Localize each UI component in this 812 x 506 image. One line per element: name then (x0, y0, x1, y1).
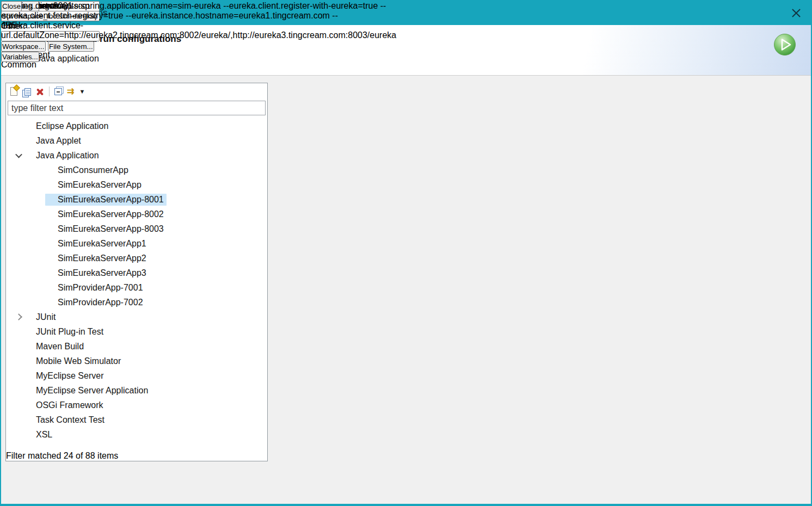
tree-item-xsl[interactable]: XSL (6, 427, 267, 442)
filter-icon[interactable]: ⇉ (67, 88, 74, 95)
tree-item-label: MyEclipse Server Application (36, 386, 148, 396)
tree-item-label: Eclipse Application (36, 121, 108, 131)
sidebar-toolbar: ⇉ ▼ (6, 83, 267, 100)
tree-item-label: SimConsumerApp (58, 165, 128, 175)
collapse-arrow-icon[interactable] (14, 153, 23, 158)
tree-item-label: SimEurekaServerApp1 (58, 239, 146, 249)
tree-item-label: SimEurekaServerApp-8003 (58, 224, 164, 234)
java-run-config-icon (46, 181, 54, 189)
tree-item-osgi-framework[interactable]: OSGi Framework (6, 398, 267, 412)
tree-item-label: JUnit Plug-in Test (36, 327, 103, 337)
junit-icon (24, 313, 33, 321)
eclipse-application-icon (24, 122, 33, 130)
toolbar-separator (49, 87, 50, 96)
java-run-config-icon (46, 239, 54, 248)
scrollbar-thumb[interactable] (1, 40, 396, 74)
tree-item-junit[interactable]: JUnit (6, 310, 267, 324)
run-configurations-dialog: 8 Run Configurations Create, manage, and… (0, 0, 812, 506)
java-run-config-icon (46, 225, 54, 233)
tree-item-eclipse-application[interactable]: Eclipse Application (6, 119, 267, 133)
filter-status: Filter matched 24 of 88 items (6, 451, 267, 461)
tree-item-label: Mobile Web Simulator (36, 356, 121, 366)
tree-item-simproviderapp-7002[interactable]: SimProviderApp-7002 (6, 295, 267, 310)
tree-item-label: SimProviderApp-7001 (58, 283, 143, 293)
tree-item-label: SimEurekaServerApp-8002 (58, 209, 164, 219)
tree-item-myeclipse-server-application[interactable]: MyEclipse Server Application (6, 383, 267, 398)
java-run-config-icon (46, 195, 54, 203)
tree-item-simeurekaserverapp-8003[interactable]: SimEurekaServerApp-8003 (6, 221, 267, 236)
java-run-config-icon (46, 269, 54, 277)
new-config-icon[interactable] (10, 87, 17, 96)
tree-item-label: SimEurekaServerApp (58, 180, 142, 190)
maven-icon (24, 342, 33, 350)
tree-item-java-applet[interactable]: Java Applet (6, 133, 267, 148)
mobile-web-icon (24, 357, 33, 365)
server-app-icon (24, 386, 33, 394)
java-run-config-icon (46, 254, 54, 262)
junit-plugin-icon (24, 328, 33, 336)
tree-item-junit-plug-in-test[interactable]: JUnit Plug-in Test (6, 324, 267, 339)
tree-item-label: JUnit (36, 312, 56, 322)
java-application-icon (24, 151, 33, 159)
tree-item-mobile-web-simulator[interactable]: Mobile Web Simulator (6, 354, 267, 368)
java-run-config-icon (46, 283, 54, 292)
tree-item-label: SimEurekaServerApp2 (58, 254, 146, 263)
tree-item-task-context-test[interactable]: Task Context Test (6, 412, 267, 427)
tree-item-label: SimProviderApp-7002 (58, 298, 143, 307)
java-run-config-icon (46, 210, 54, 218)
program-arguments-scrollbar[interactable] (1, 40, 396, 74)
tree-item-simeurekaserverapp-8001[interactable]: SimEurekaServerApp-8001 (6, 192, 267, 207)
tree-item-simeurekaserverapp2[interactable]: SimEurekaServerApp2 (6, 251, 267, 266)
java-applet-icon (24, 137, 33, 145)
tree-item-label: Maven Build (36, 342, 84, 351)
tree-item-java-application[interactable]: Java Application (6, 148, 267, 163)
tree-item-simeurekaserverapp3[interactable]: SimEurekaServerApp3 (6, 266, 267, 280)
tree-item-maven-build[interactable]: Maven Build (6, 339, 267, 354)
run-banner-icon (773, 33, 797, 59)
menu-dropdown-icon[interactable]: ▼ (79, 88, 85, 95)
tree-item-simeurekaserverapp[interactable]: SimEurekaServerApp (6, 177, 267, 192)
program-arguments-textarea[interactable]: --server.port=8001 --spring.application.… (1, 1, 396, 74)
tree-item-label: XSL (36, 430, 52, 440)
tree-item-label: Task Context Test (36, 415, 104, 425)
tree-item-label: Java Application (36, 151, 99, 161)
server-icon (24, 372, 33, 380)
tree-item-label: SimEurekaServerApp3 (58, 268, 146, 278)
task-context-icon (24, 416, 33, 424)
configurations-sidebar: ⇉ ▼ Eclipse ApplicationJava AppletJava A… (5, 83, 268, 461)
config-tree: Eclipse ApplicationJava AppletJava Appli… (6, 118, 267, 451)
tree-item-simeurekaserverapp1[interactable]: SimEurekaServerApp1 (6, 236, 267, 251)
close-button[interactable]: Close (1, 1, 22, 11)
duplicate-config-icon[interactable] (24, 88, 31, 96)
filter-input[interactable] (8, 101, 266, 115)
tree-item-simproviderapp-7001[interactable]: SimProviderApp-7001 (6, 280, 267, 295)
java-run-config-icon (46, 166, 54, 174)
tree-item-label: OSGi Framework (36, 400, 103, 410)
tree-item-myeclipse-server[interactable]: MyEclipse Server (6, 368, 267, 383)
tree-item-label: MyEclipse Server (36, 371, 103, 381)
tree-item-simconsumerapp[interactable]: SimConsumerApp (6, 163, 267, 177)
window-close-icon[interactable] (788, 5, 804, 21)
delete-config-icon[interactable] (36, 88, 44, 96)
osgi-icon (24, 401, 33, 409)
expand-arrow-icon[interactable] (14, 314, 23, 319)
tree-item-label: SimEurekaServerApp-8001 (58, 195, 164, 205)
xsl-icon (24, 430, 33, 439)
collapse-all-icon[interactable] (54, 88, 62, 95)
tree-item-simeurekaserverapp-8002[interactable]: SimEurekaServerApp-8002 (6, 207, 267, 221)
java-run-config-icon (46, 298, 54, 306)
tree-item-label: Java Applet (36, 136, 81, 146)
